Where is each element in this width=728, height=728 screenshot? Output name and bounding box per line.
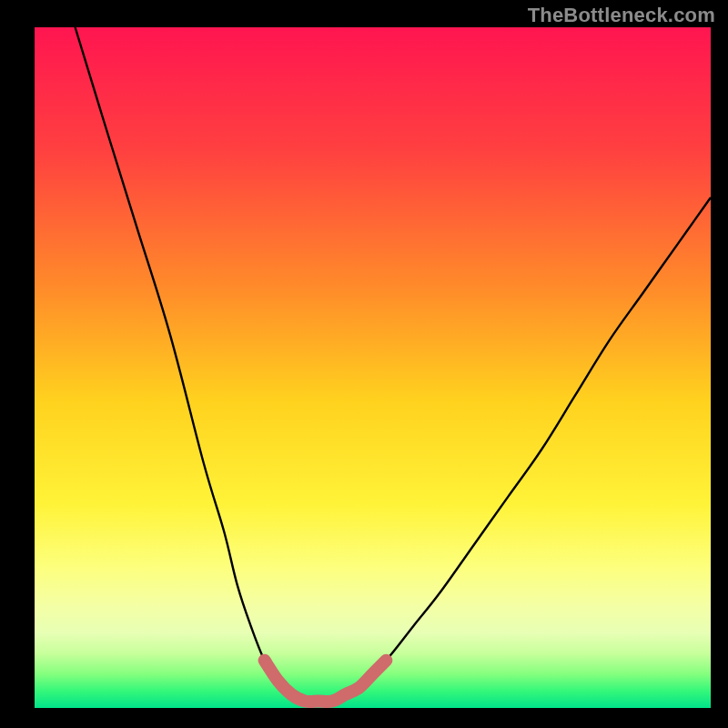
watermark-text: TheBottleneck.com (528, 4, 715, 27)
bottleneck-chart (0, 0, 728, 728)
chart-frame: TheBottleneck.com (0, 0, 728, 728)
plot-background (35, 27, 711, 708)
